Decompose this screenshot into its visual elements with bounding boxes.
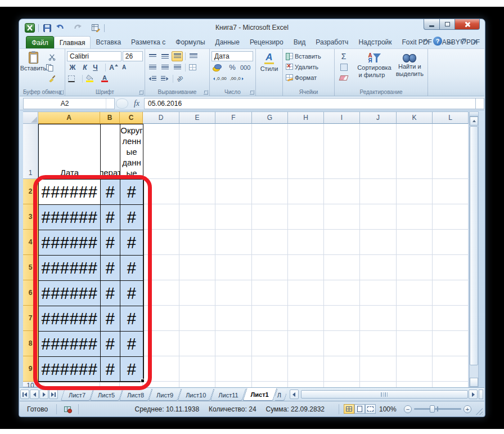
select-all-corner[interactable]	[23, 111, 38, 124]
cell-B1[interactable]: перат	[101, 124, 120, 180]
italic-button[interactable]: К	[79, 62, 91, 73]
window-resize-grip[interactable]	[476, 408, 483, 415]
sheet-tab-Лист5[interactable]: Лист5	[92, 389, 121, 401]
column-header-L[interactable]: L	[433, 111, 469, 124]
number-dialog-launcher[interactable]	[250, 90, 254, 95]
workbook-close-button[interactable]	[471, 38, 479, 45]
cell-C1[interactable]: Округленныеданные	[120, 124, 143, 180]
grow-font-button[interactable]: А	[108, 62, 119, 73]
alignment-dialog-launcher[interactable]	[204, 90, 208, 95]
tab-Вставка[interactable]: Вставка	[91, 36, 126, 48]
fill-color-button[interactable]	[85, 74, 99, 84]
restore-button[interactable]	[440, 19, 455, 30]
cell-A1[interactable]: Дата	[39, 124, 101, 180]
close-button[interactable]	[455, 19, 480, 30]
decrease-decimal-button[interactable]: ,00,0	[229, 74, 245, 84]
merge-center-button[interactable]	[188, 62, 201, 73]
scroll-up-button[interactable]	[470, 117, 478, 126]
column-header-C[interactable]: C	[120, 111, 143, 124]
prev-sheet-button[interactable]	[30, 390, 39, 399]
zoom-slider-thumb[interactable]	[430, 405, 435, 413]
column-header-A[interactable]: A	[38, 111, 100, 124]
tab-Вид[interactable]: Вид	[289, 36, 311, 48]
formula-bar-expand-button[interactable]	[475, 98, 484, 109]
wrap-text-button[interactable]	[188, 51, 199, 61]
zoom-slider[interactable]	[414, 408, 461, 410]
sheet-tab-Лист8[interactable]: Лист8	[121, 389, 150, 401]
tab-Разработч[interactable]: Разработч	[310, 36, 353, 48]
font-dialog-launcher[interactable]	[139, 90, 143, 95]
underline-button[interactable]: Ч	[92, 62, 103, 73]
copy-button[interactable]	[45, 62, 58, 73]
increase-decimal-button[interactable]: ,0,00	[212, 74, 228, 84]
first-sheet-button[interactable]	[20, 390, 29, 399]
tab-Главная[interactable]: Главная	[54, 36, 91, 48]
last-sheet-button[interactable]	[49, 390, 58, 399]
tab-file[interactable]: Файл	[26, 36, 54, 48]
tab-Данные[interactable]: Данные	[210, 36, 245, 48]
column-header-K[interactable]: K	[397, 111, 433, 124]
tab-scroll-right-button[interactable]	[469, 390, 478, 399]
record-macro-button[interactable]	[61, 404, 74, 414]
column-header-J[interactable]: J	[360, 111, 397, 124]
vertical-scrollbar[interactable]	[469, 111, 479, 387]
name-box[interactable]: A2	[23, 98, 115, 109]
help-icon[interactable]: ?	[433, 37, 442, 46]
accounting-format-button[interactable]	[212, 62, 226, 73]
minimize-button[interactable]	[424, 19, 440, 30]
name-box-dropdown[interactable]	[106, 99, 114, 109]
sheet-tab-Лист1[interactable]: Лист1	[245, 388, 275, 401]
formula-input[interactable]: 05.06.2016	[144, 98, 475, 109]
align-bottom-button[interactable]	[172, 51, 183, 61]
cut-button[interactable]	[45, 52, 58, 62]
split-handle[interactable]	[470, 112, 478, 117]
autosum-button[interactable]: Σ	[336, 51, 355, 61]
number-format-combo[interactable]: Дата	[212, 51, 253, 61]
increase-indent-button[interactable]	[159, 74, 170, 84]
vertical-scroll-thumb[interactable]	[470, 126, 478, 365]
column-header-D[interactable]: D	[143, 111, 179, 124]
align-center-button[interactable]	[159, 62, 170, 73]
borders-button[interactable]	[67, 74, 80, 84]
column-header-G[interactable]: G	[252, 111, 288, 124]
workbook-minimize-button[interactable]	[446, 38, 454, 45]
fill-button[interactable]	[336, 62, 355, 72]
delete-cells-button[interactable]: Удалить	[285, 61, 332, 72]
align-left-button[interactable]	[147, 62, 158, 73]
format-painter-button[interactable]	[45, 73, 58, 83]
column-header-E[interactable]: E	[179, 111, 215, 124]
tab-Разметка с[interactable]: Разметка с	[126, 36, 170, 48]
clipboard-dialog-launcher[interactable]	[59, 90, 64, 95]
percent-style-button[interactable]: %	[227, 62, 238, 73]
styles-button[interactable]: А Стили	[258, 52, 281, 74]
workbook-restore-button[interactable]	[458, 38, 467, 45]
column-header-B[interactable]: B	[100, 111, 120, 124]
column-header-I[interactable]: I	[324, 111, 360, 124]
tab-Формулы[interactable]: Формулы	[170, 36, 210, 48]
orientation-button[interactable]: ab	[176, 74, 188, 84]
sort-filter-button[interactable]: А Я Сортировка и фильтр	[355, 51, 393, 88]
clear-button[interactable]	[336, 73, 355, 83]
comma-style-button[interactable]: 000	[239, 62, 251, 73]
bold-button[interactable]: Ж	[67, 62, 78, 73]
insert-cells-button[interactable]: Вставить	[285, 51, 332, 61]
column-header-F[interactable]: F	[215, 111, 252, 124]
font-family-combo[interactable]: Calibri	[67, 51, 122, 61]
tab-scroll-left-button[interactable]	[290, 390, 299, 399]
sheet-tab-Лист7[interactable]: Лист7	[62, 389, 92, 401]
sheet-tab-Лист9[interactable]: Лист9	[150, 389, 179, 401]
font-color-button[interactable]: А	[100, 74, 113, 84]
sheet-tab-Лист11[interactable]: Лист11	[212, 389, 244, 401]
column-header-H[interactable]: H	[288, 111, 324, 124]
zoom-in-button[interactable]: +	[464, 405, 471, 413]
page-layout-view-button[interactable]	[354, 404, 365, 414]
page-break-view-button[interactable]	[365, 404, 376, 414]
normal-view-button[interactable]	[344, 404, 354, 414]
font-size-combo[interactable]: 26	[123, 51, 143, 61]
horizontal-scroll-thumb[interactable]	[301, 390, 468, 399]
zoom-level[interactable]: 100%	[379, 405, 398, 413]
tab-Рецензиро[interactable]: Рецензиро	[245, 36, 289, 48]
insert-function-button[interactable]: fx	[129, 98, 144, 109]
paste-button[interactable]: Вставить	[21, 52, 45, 87]
sheet-tab-Л[interactable]: Л	[275, 389, 286, 401]
